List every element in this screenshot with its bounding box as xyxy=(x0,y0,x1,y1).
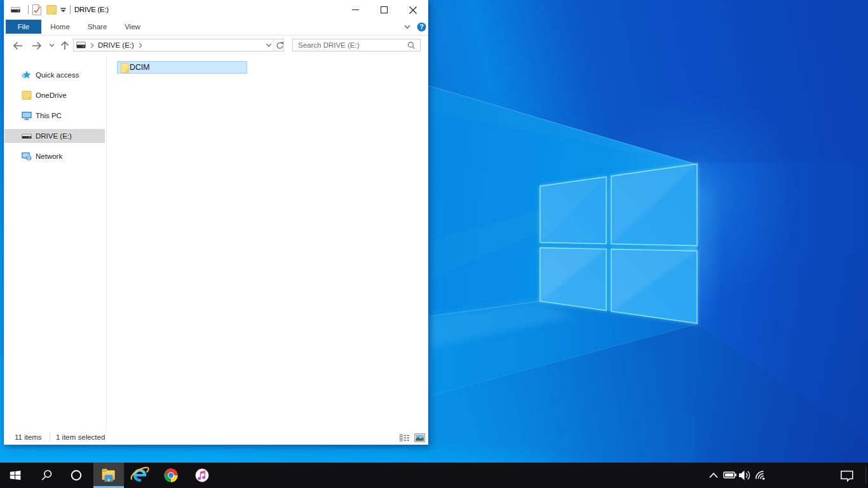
svg-text:?: ? xyxy=(419,23,423,30)
